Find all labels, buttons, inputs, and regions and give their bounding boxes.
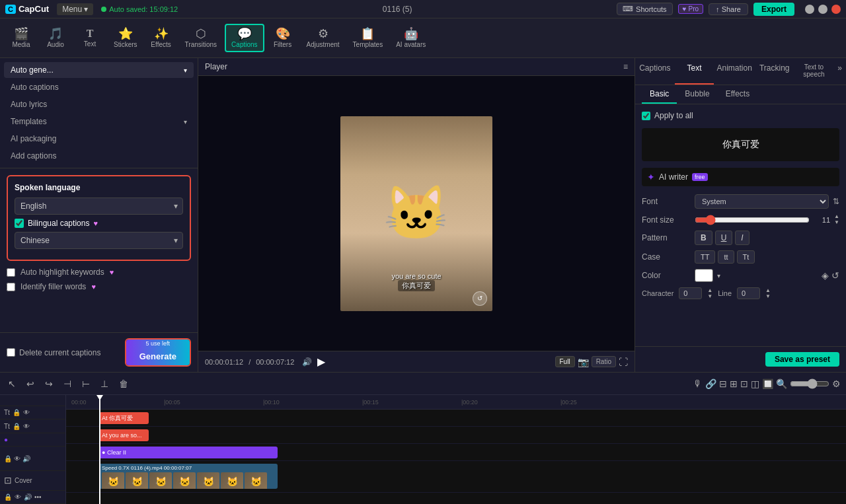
close-button[interactable]: [831, 5, 841, 14]
rotate-button[interactable]: ↺: [473, 291, 487, 306]
audio-vol-icon[interactable]: 🔊: [24, 493, 32, 501]
full-button[interactable]: Full: [555, 356, 575, 367]
audio-eye-icon[interactable]: 👁: [15, 493, 21, 501]
line-down-icon[interactable]: ▼: [765, 294, 771, 299]
nav-auto-lyrics[interactable]: Auto lyrics: [4, 96, 194, 112]
generate-button[interactable]: Generate: [126, 347, 190, 365]
audio-lock-icon[interactable]: 🔒: [4, 493, 12, 501]
tool-ai-avatars[interactable]: 🤖 AI avatars: [391, 25, 431, 51]
cursor-tool-button[interactable]: ↖: [5, 377, 19, 390]
ai-writer-row[interactable]: ✦ AI writer free: [642, 168, 839, 186]
sub-tab-bubble[interactable]: Bubble: [677, 85, 717, 104]
nav-ai-packaging[interactable]: AI packaging: [4, 131, 194, 147]
eye-icon-zh[interactable]: 👁: [23, 409, 30, 416]
play-button[interactable]: ▶: [317, 355, 325, 368]
bold-button[interactable]: B: [695, 231, 712, 245]
color-dropdown-icon[interactable]: ▾: [717, 272, 720, 279]
timeline-icon4[interactable]: ◫: [751, 378, 759, 389]
timeline-icon2[interactable]: ⊞: [730, 378, 738, 389]
font-size-slider[interactable]: [695, 215, 810, 225]
nav-add-captions[interactable]: Add captions: [4, 148, 194, 164]
character-input[interactable]: [679, 287, 702, 299]
delete-current-checkbox[interactable]: [7, 348, 15, 357]
player-menu-icon[interactable]: ≡: [623, 62, 628, 71]
nav-templates[interactable]: Templates ▾: [4, 114, 194, 129]
line-input[interactable]: [737, 287, 760, 299]
delete-button[interactable]: 🗑: [116, 377, 131, 390]
tool-media[interactable]: 🎬 Media: [5, 25, 37, 51]
tool-text[interactable]: T Text: [74, 26, 106, 50]
tab-captions[interactable]: Captions: [635, 58, 675, 85]
timeline-icon3[interactable]: ⊡: [740, 378, 748, 389]
font-size-up-icon[interactable]: ▲: [834, 214, 839, 219]
tool-adjustment[interactable]: ⚙ Adjustment: [301, 25, 345, 51]
timeline-icon1[interactable]: ⊟: [719, 378, 727, 389]
character-up-icon[interactable]: ▲: [707, 288, 712, 293]
mic-icon[interactable]: 🎙: [693, 378, 703, 389]
export-button[interactable]: Export: [753, 3, 794, 16]
tab-animation[interactable]: Animation: [714, 58, 754, 85]
color-reset-icon[interactable]: ↺: [831, 270, 839, 281]
sub-tab-basic[interactable]: Basic: [642, 85, 677, 104]
split-button[interactable]: ⊣: [61, 377, 74, 390]
redo-button[interactable]: ↪: [42, 377, 56, 390]
timeline-icon5[interactable]: 🔲: [762, 378, 773, 389]
tab-tracking[interactable]: Tracking: [755, 58, 794, 85]
tool-stickers[interactable]: ⭐ Stickers: [108, 25, 143, 51]
save-preset-button[interactable]: Save as preset: [765, 352, 839, 367]
auto-highlight-checkbox[interactable]: [7, 268, 15, 277]
tool-effects[interactable]: ✨ Effects: [145, 25, 177, 51]
zoom-icon[interactable]: 🔍: [776, 378, 787, 389]
screenshot-icon[interactable]: 📷: [578, 357, 589, 367]
maximize-button[interactable]: [818, 5, 827, 14]
clip-caption-en[interactable]: At you are so...: [99, 429, 149, 441]
audio-icon-video[interactable]: 🔊: [22, 455, 30, 462]
clip-video[interactable]: Speed 0.7X 0116 (4).mp4 00:00:07:07 🐱 🐱 …: [99, 464, 278, 489]
minimize-button[interactable]: [805, 5, 814, 14]
case-titlecase-button[interactable]: Tt: [737, 250, 755, 264]
tool-templates[interactable]: 📋 Templates: [348, 25, 389, 51]
italic-button[interactable]: I: [735, 231, 749, 245]
underline-button[interactable]: U: [715, 231, 733, 245]
tool-transitions[interactable]: ⬡ Transitions: [180, 25, 223, 51]
lock-icon-en[interactable]: 🔒: [13, 423, 20, 430]
color-adjust-icon[interactable]: ◈: [822, 270, 829, 281]
split-both-button[interactable]: ⊥: [98, 377, 111, 390]
bilingual-checkbox[interactable]: [15, 219, 24, 228]
line-stepper[interactable]: ▲ ▼: [765, 288, 771, 299]
nav-auto-gen[interactable]: Auto gene... ▾: [4, 62, 194, 78]
spoken-language-select[interactable]: English Chinese Spanish: [15, 198, 183, 215]
eye-icon-video[interactable]: 👁: [14, 455, 20, 462]
line-up-icon[interactable]: ▲: [765, 288, 771, 293]
audio-more-icon[interactable]: •••: [34, 493, 42, 501]
playhead[interactable]: [99, 395, 100, 504]
nav-auto-captions[interactable]: Auto captions: [4, 79, 194, 95]
lock-icon-zh[interactable]: 🔒: [13, 409, 20, 416]
link-icon[interactable]: 🔗: [705, 378, 716, 389]
bilingual-language-select[interactable]: Chinese English: [15, 232, 183, 249]
tab-text-to-speech[interactable]: Text to speech: [794, 58, 834, 85]
filler-words-checkbox[interactable]: [7, 283, 15, 291]
tool-captions[interactable]: 💬 Captions: [225, 24, 264, 52]
share-button[interactable]: ↑ Share: [709, 3, 748, 15]
split-right-button[interactable]: ⊢: [79, 377, 93, 390]
sub-tab-effects[interactable]: Effects: [718, 85, 757, 104]
clip-caption-zh[interactable]: At 你真可爱: [99, 412, 149, 424]
clip-clear[interactable]: ● Clear II: [99, 447, 278, 458]
ratio-button[interactable]: Ratio: [592, 356, 616, 367]
tool-audio[interactable]: 🎵 Audio: [40, 25, 71, 51]
apply-to-all-checkbox[interactable]: [642, 112, 650, 120]
lock-icon-video[interactable]: 🔒: [4, 455, 12, 462]
undo-button[interactable]: ↩: [24, 377, 37, 390]
color-swatch[interactable]: [695, 269, 713, 282]
character-stepper[interactable]: ▲ ▼: [707, 288, 712, 299]
character-down-icon[interactable]: ▼: [707, 294, 712, 299]
font-select[interactable]: System Arial: [695, 194, 829, 209]
tab-more-icon[interactable]: »: [833, 58, 846, 85]
tool-filters[interactable]: 🎨 Filters: [267, 25, 299, 51]
menu-button[interactable]: Menu ▾: [57, 3, 93, 15]
eye-icon-en[interactable]: 👁: [23, 423, 30, 430]
shortcuts-button[interactable]: ⌨ Shortcuts: [617, 3, 672, 15]
case-lowercase-button[interactable]: tt: [718, 250, 734, 264]
case-uppercase-button[interactable]: TT: [695, 250, 715, 264]
